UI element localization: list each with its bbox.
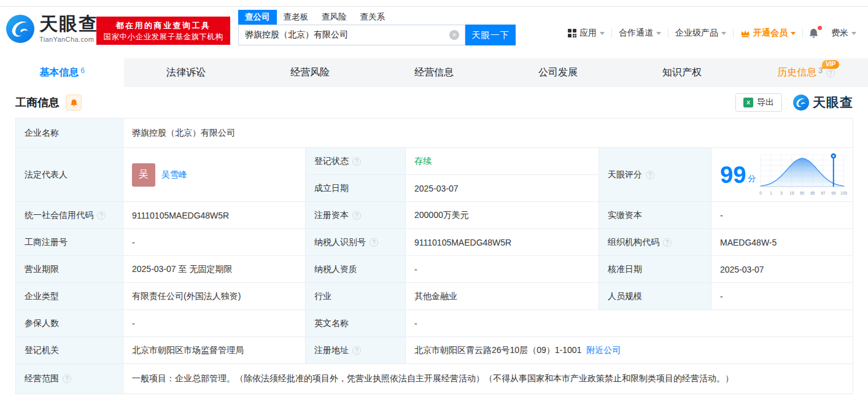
- value-tianyan-score: 99 分 0131550859799100: [711, 148, 853, 202]
- help-icon[interactable]: [352, 157, 361, 166]
- label-reg-number: 工商注册号: [16, 229, 123, 256]
- notification-dot: [818, 26, 822, 30]
- nav-user[interactable]: 费米: [824, 28, 863, 39]
- label-establish-date: 成立日期: [306, 175, 406, 202]
- search-tab-relation[interactable]: 查关系: [354, 10, 392, 25]
- export-button[interactable]: 导出: [735, 93, 782, 112]
- label-legal-rep: 法定代表人: [16, 148, 123, 202]
- value-credit-code: 91110105MAEDG48W5R: [123, 202, 306, 229]
- help-icon[interactable]: [352, 346, 361, 355]
- label-reg-authority: 登记机关: [16, 337, 123, 364]
- label-insured-count: 参保人数: [16, 310, 123, 337]
- vip-badge: VIP: [822, 60, 839, 69]
- help-icon[interactable]: [352, 211, 361, 220]
- help-icon[interactable]: [826, 69, 835, 77]
- score-distribution-chart: 0131550859799100: [756, 151, 848, 199]
- value-reg-address: 北京市朝阳区霄云路26号10层（09）1-1001 附近公司: [406, 337, 853, 364]
- label-tianyan-score: 天眼评分: [599, 148, 711, 202]
- label-taxpayer-id: 纳税人识别号: [306, 229, 406, 256]
- svg-text:0: 0: [759, 190, 762, 195]
- help-icon[interactable]: [663, 238, 672, 247]
- value-business-term: 2025-03-07 至 无固定期限: [123, 256, 306, 283]
- search-input[interactable]: [239, 25, 465, 45]
- subscribe-bell-button[interactable]: [66, 95, 82, 111]
- label-approval-date: 核准日期: [599, 256, 711, 283]
- value-industry: 其他金融业: [406, 283, 599, 310]
- value-insured-count: -: [123, 310, 306, 337]
- svg-text:85: 85: [811, 190, 816, 195]
- tab-count: 6: [80, 66, 85, 75]
- value-company-type: 有限责任公司(外国法人独资): [123, 283, 306, 310]
- value-staff-size: -: [711, 283, 853, 310]
- top-divider: [0, 6, 868, 7]
- search-tab-company[interactable]: 查公司: [238, 10, 277, 25]
- watermark-logo: 天眼查: [793, 94, 853, 111]
- value-reg-authority: 北京市朝阳区市场监督管理局: [123, 337, 306, 364]
- tianyancha-logo[interactable]: 天眼查 TianYanCha.com: [6, 15, 98, 43]
- label-taxpayer-quality: 纳税人资质: [306, 256, 406, 283]
- section-title: 工商信息: [15, 95, 60, 110]
- value-taxpayer-id: 91110105MAEDG48W5R: [406, 229, 599, 256]
- clear-icon[interactable]: [449, 30, 459, 40]
- tab-legal-litigation[interactable]: 法律诉讼: [124, 58, 248, 87]
- tab-count: 3: [818, 66, 823, 75]
- tab-operation-info[interactable]: 经营信息: [372, 58, 496, 87]
- svg-text:99: 99: [831, 190, 836, 195]
- nearby-companies-link[interactable]: 附近公司: [586, 345, 621, 356]
- value-reg-status: 存续: [406, 148, 599, 175]
- label-business-scope: 经营范围: [16, 364, 123, 394]
- value-approval-date: 2025-03-07: [711, 256, 853, 283]
- chevron-down-icon: [721, 32, 726, 35]
- svg-text:50: 50: [800, 190, 805, 195]
- label-credit-code: 统一社会信用代码: [16, 202, 123, 229]
- search-tab-risk[interactable]: 查风险: [315, 10, 354, 25]
- value-company-name: 骅旗控股（北京）有限公司: [123, 118, 853, 148]
- tab-history-info[interactable]: VIP 历史信息 3: [744, 58, 868, 87]
- search-tab-boss[interactable]: 查老板: [277, 10, 316, 25]
- value-legal-rep: 吴 吴雪峰: [123, 148, 306, 202]
- label-company-type: 企业类型: [16, 283, 123, 310]
- notification-bell-icon[interactable]: [803, 28, 824, 39]
- value-english-name: -: [406, 310, 853, 337]
- top-nav: 应用 合作通道 企业级产品 开通会员 费: [561, 26, 863, 41]
- tab-company-development[interactable]: 公司发展: [496, 58, 620, 87]
- chevron-down-icon: [600, 32, 605, 35]
- avatar: 吴: [132, 163, 155, 187]
- page-tabs: 基本信息 6 法律诉讼 经营风险 经营信息 公司发展 知识产权 VIP 历史信息…: [0, 58, 868, 87]
- label-company-name: 企业名称: [16, 118, 123, 148]
- nav-enterprise-products[interactable]: 企业级产品: [668, 28, 733, 39]
- apps-grid-icon: [568, 29, 576, 37]
- crown-icon: [740, 29, 750, 37]
- search-button[interactable]: 天眼一下: [465, 25, 516, 45]
- nav-partner-channel[interactable]: 合作通道: [612, 28, 668, 39]
- brand-name: 天眼查: [39, 15, 98, 33]
- svg-text:97: 97: [821, 190, 826, 195]
- tianyancha-logo-icon: [793, 95, 809, 111]
- help-icon[interactable]: [63, 375, 71, 383]
- label-industry: 行业: [306, 283, 406, 310]
- svg-text:1: 1: [770, 190, 772, 195]
- tab-basic-info[interactable]: 基本信息 6: [0, 58, 124, 87]
- help-icon[interactable]: [646, 171, 654, 179]
- help-icon[interactable]: [97, 211, 106, 220]
- slogan-line1: 都在用的商业查询工具: [101, 20, 225, 31]
- score-unit: 分: [748, 173, 756, 184]
- legal-rep-link[interactable]: 吴雪峰: [161, 169, 187, 181]
- label-business-term: 营业期限: [16, 256, 123, 283]
- brand-domain: TianYanCha.com: [39, 36, 98, 43]
- search-input-wrap: [238, 25, 465, 45]
- chevron-down-icon: [851, 32, 856, 35]
- tianyancha-logo-icon: [6, 15, 34, 43]
- nav-apps[interactable]: 应用: [561, 28, 611, 39]
- help-icon[interactable]: [370, 238, 378, 247]
- svg-text:15: 15: [790, 190, 795, 195]
- tab-operation-risk[interactable]: 经营风险: [248, 58, 372, 87]
- value-business-scope: 一般项目：企业总部管理。（除依法须经批准的项目外，凭营业执照依法自主开展经营活动…: [123, 364, 853, 394]
- excel-icon: [743, 98, 753, 107]
- search-area: 查公司 查老板 查风险 查关系 天眼一下: [238, 9, 516, 45]
- value-paid-capital: -: [711, 202, 853, 229]
- search-tabs: 查公司 查老板 查风险 查关系: [238, 9, 516, 25]
- site-header: 天眼查 TianYanCha.com 都在用的商业查询工具 国家中小企业发展子基…: [0, 0, 868, 58]
- tab-intellectual-property[interactable]: 知识产权: [620, 58, 744, 87]
- nav-open-vip[interactable]: 开通会员: [734, 28, 802, 39]
